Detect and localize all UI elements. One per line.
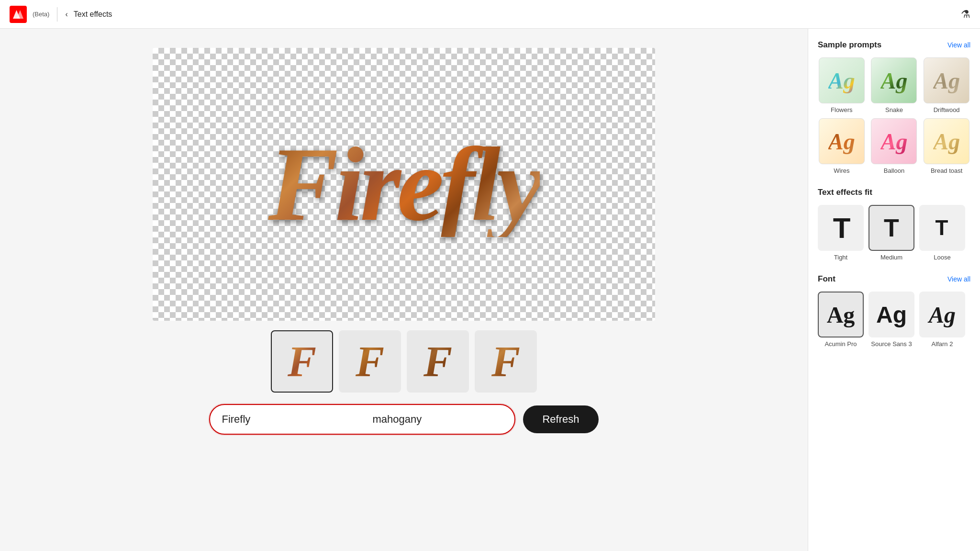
- prompt-label-wires: Wires: [834, 167, 849, 174]
- main-preview-text: Firefly: [268, 132, 539, 237]
- font-view-all[interactable]: View all: [947, 275, 970, 283]
- prompt-item-snake[interactable]: Ag Snake: [870, 57, 918, 113]
- fit-thumb-tight: T: [818, 205, 864, 251]
- fit-T-loose: T: [935, 216, 949, 240]
- prompts-grid: Ag Flowers Ag Snake Ag Driftwood Ag: [818, 57, 970, 174]
- back-button[interactable]: ‹: [65, 10, 67, 19]
- prompt-label-driftwood: Driftwood: [934, 106, 960, 113]
- fit-thumb-medium: T: [869, 205, 914, 251]
- back-icon: ‹: [65, 10, 67, 19]
- balloon-ag-text: Ag: [880, 128, 907, 155]
- font-ag-acumin: Ag: [827, 302, 855, 328]
- font-ag-alfarn: Ag: [929, 302, 956, 328]
- prompt-label-breadtoast: Bread toast: [931, 167, 963, 174]
- canvas-area: Firefly F F F F Refresh: [0, 29, 808, 551]
- search-bar-container: Refresh: [153, 404, 655, 435]
- prompt-item-balloon[interactable]: Ag Balloon: [870, 118, 918, 174]
- prompt-label-balloon: Balloon: [884, 167, 904, 174]
- beta-badge: (Beta): [33, 11, 49, 18]
- font-options: Ag Acumin Pro Ag Source Sans 3 Ag Alfarn…: [818, 292, 970, 348]
- font-section: Font View all Ag Acumin Pro Ag Source Sa…: [818, 274, 970, 348]
- font-ag-sourcesans: Ag: [876, 302, 907, 328]
- header-divider: [57, 7, 57, 22]
- variants-row: F F F F: [271, 330, 537, 393]
- fit-option-tight[interactable]: T Tight: [818, 205, 864, 261]
- style-input[interactable]: [372, 413, 504, 426]
- font-label-alfarn: Alfarn 2: [932, 340, 953, 348]
- right-panel: Sample prompts View all Ag Flowers Ag Sn…: [808, 29, 980, 551]
- fit-T-medium: T: [884, 214, 899, 242]
- prompt-thumb-snake: Ag: [871, 57, 917, 103]
- sample-prompts-view-all[interactable]: View all: [947, 41, 970, 49]
- fit-label-medium: Medium: [880, 254, 902, 261]
- prompt-thumb-breadtoast: Ag: [924, 118, 969, 164]
- variant-letter-1: F: [288, 337, 316, 386]
- fit-options: T Tight T Medium T Loose: [818, 205, 970, 261]
- fit-label-loose: Loose: [934, 254, 950, 261]
- flowers-ag-text: Ag: [828, 67, 855, 94]
- font-label-acumin: Acumin Pro: [824, 340, 857, 348]
- variant-thumb-3[interactable]: F: [407, 330, 469, 393]
- prompt-thumb-wires: Ag: [819, 118, 865, 164]
- font-label-sourcesans: Source Sans 3: [871, 340, 912, 348]
- canvas-preview: Firefly: [153, 48, 655, 321]
- variant-letter-4: F: [491, 337, 520, 386]
- prompt-item-wires[interactable]: Ag Wires: [818, 118, 866, 174]
- font-title: Font: [818, 274, 835, 284]
- text-effects-fit-header: Text effects fit: [818, 188, 970, 197]
- driftwood-ag-text: Ag: [933, 67, 960, 94]
- variant-thumb-4[interactable]: F: [475, 330, 537, 393]
- text-input[interactable]: [222, 413, 353, 426]
- font-option-sourcesans[interactable]: Ag Source Sans 3: [869, 292, 914, 348]
- variant-thumb-2[interactable]: F: [339, 330, 401, 393]
- font-thumb-alfarn: Ag: [919, 292, 965, 337]
- fit-thumb-loose: T: [919, 205, 965, 251]
- refresh-button[interactable]: Refresh: [523, 405, 598, 433]
- fit-label-tight: Tight: [834, 254, 847, 261]
- text-effects-fit-title: Text effects fit: [818, 188, 872, 197]
- variant-letter-3: F: [423, 337, 452, 386]
- prompt-item-breadtoast[interactable]: Ag Bread toast: [923, 118, 970, 174]
- search-oval: [209, 404, 515, 435]
- sample-prompts-header: Sample prompts View all: [818, 40, 970, 50]
- fit-option-medium[interactable]: T Medium: [869, 205, 914, 261]
- fit-T-tight: T: [833, 212, 849, 245]
- breadtoast-ag-text: Ag: [933, 128, 960, 155]
- sample-prompts-title: Sample prompts: [818, 40, 881, 50]
- prompt-thumb-balloon: Ag: [871, 118, 917, 164]
- font-option-acumin[interactable]: Ag Acumin Pro: [818, 292, 864, 348]
- variant-letter-2: F: [356, 337, 384, 386]
- font-thumb-acumin: Ag: [818, 292, 864, 337]
- adobe-logo: [10, 6, 27, 23]
- snake-ag-text: Ag: [880, 67, 907, 94]
- prompt-item-driftwood[interactable]: Ag Driftwood: [923, 57, 970, 113]
- wires-ag-text: Ag: [828, 128, 855, 155]
- fit-option-loose[interactable]: T Loose: [919, 205, 965, 261]
- prompt-label-flowers: Flowers: [831, 106, 853, 113]
- prompt-thumb-driftwood: Ag: [924, 57, 969, 103]
- font-option-alfarn[interactable]: Ag Alfarn 2: [919, 292, 965, 348]
- flask-icon[interactable]: ⚗: [961, 8, 970, 21]
- prompt-thumb-flowers: Ag: [819, 57, 865, 103]
- header: (Beta) ‹ Text effects ⚗: [0, 0, 980, 29]
- font-header: Font View all: [818, 274, 970, 284]
- prompt-item-flowers[interactable]: Ag Flowers: [818, 57, 866, 113]
- variant-thumb-1[interactable]: F: [271, 330, 333, 393]
- page-title: Text effects: [74, 10, 112, 19]
- main-area: Firefly F F F F Refresh: [0, 29, 980, 551]
- prompt-label-snake: Snake: [885, 106, 903, 113]
- font-thumb-sourcesans: Ag: [869, 292, 914, 337]
